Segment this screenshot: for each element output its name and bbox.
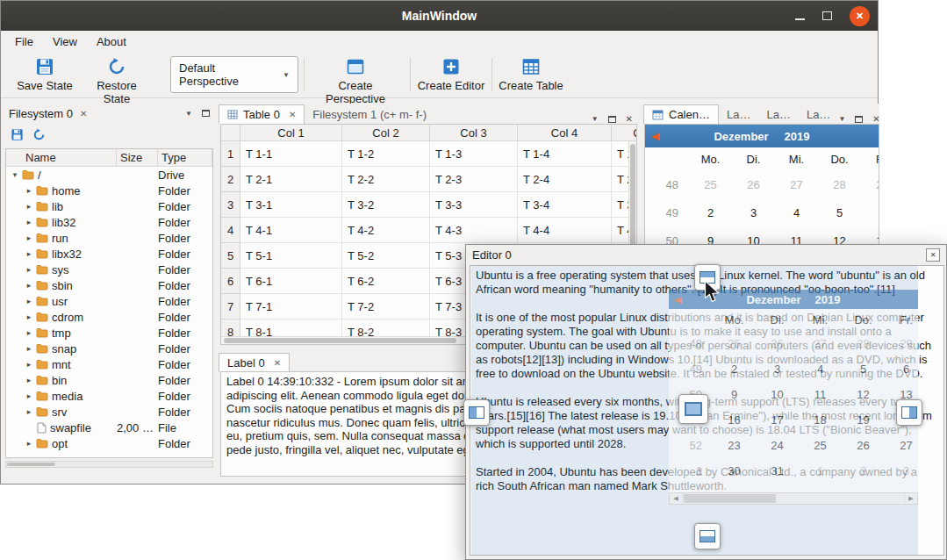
tab-1[interactable]: La… bbox=[719, 104, 758, 124]
calendar-day-cell[interactable]: 29 bbox=[861, 170, 879, 198]
calendar-day-cell[interactable]: 1 bbox=[799, 458, 842, 484]
table-corner[interactable] bbox=[221, 125, 240, 141]
maximize-icon[interactable] bbox=[822, 11, 832, 20]
column-header[interactable]: Col 5 bbox=[612, 125, 637, 141]
calendar-day-cell[interactable]: 4 bbox=[799, 356, 842, 382]
tree-row[interactable]: ▾/Drive bbox=[6, 167, 212, 183]
table-cell[interactable]: T 7-2 bbox=[342, 294, 430, 319]
tree-collapsed-icon[interactable]: ▸ bbox=[24, 312, 34, 321]
tree-row[interactable]: swapfile2,00 …File bbox=[6, 420, 212, 435]
tree-collapsed-icon[interactable]: ▸ bbox=[24, 186, 34, 195]
calendar-day-cell[interactable]: 26 bbox=[842, 433, 885, 458]
column-header-size[interactable]: Size bbox=[117, 149, 158, 166]
tree-row[interactable]: ▸libx32Folder bbox=[6, 246, 212, 262]
table-cell[interactable]: T 4-2 bbox=[342, 218, 430, 243]
tree-row[interactable]: ▸tmpFolder bbox=[6, 325, 212, 341]
calendar-day-cell[interactable]: 29 bbox=[885, 331, 918, 356]
close-tab-icon[interactable]: ✕ bbox=[274, 358, 281, 368]
column-header[interactable]: Col 4 bbox=[518, 125, 612, 141]
table-cell[interactable]: T 6-2 bbox=[342, 269, 430, 294]
tree-collapsed-icon[interactable]: ▸ bbox=[24, 297, 34, 305]
minimize-icon[interactable] bbox=[795, 18, 805, 20]
tab-0[interactable]: Calen… bbox=[643, 104, 719, 124]
close-area-icon[interactable]: ✕ bbox=[626, 114, 633, 124]
perspective-combobox[interactable]: Default Perspective ▼ bbox=[170, 56, 298, 93]
table-cell[interactable]: T 5-2 bbox=[342, 243, 430, 269]
float-icon[interactable] bbox=[608, 116, 616, 123]
tree-collapsed-icon[interactable]: ▸ bbox=[24, 376, 34, 384]
table-cell[interactable]: T 1-1 bbox=[240, 141, 342, 167]
tree-row[interactable]: ▸sbinFolder bbox=[6, 277, 212, 293]
table-cell[interactable]: T 3-1 bbox=[240, 192, 342, 218]
tree-row[interactable]: ▸mediaFolder bbox=[6, 388, 212, 404]
tree-row[interactable]: ▸srvFolder bbox=[6, 404, 212, 420]
tab-label-0[interactable]: Label 0 ✕ bbox=[219, 353, 290, 372]
dock-indicator-left[interactable] bbox=[463, 399, 490, 426]
table-row[interactable]: 1T 1-1T 1-2T 1-3T 1-4T 1-5 bbox=[221, 141, 636, 167]
calendar-day-cell[interactable]: 6 bbox=[885, 356, 918, 382]
calendar-day-cell[interactable]: 5 bbox=[842, 356, 885, 382]
calendar-day-cell[interactable]: 23 bbox=[713, 433, 756, 458]
tree-row[interactable]: ▸homeFolder bbox=[6, 183, 212, 198]
table-cell[interactable]: T 1-4 bbox=[518, 141, 612, 167]
close-area-icon[interactable]: ✕ bbox=[872, 114, 879, 124]
calendar-day-cell[interactable]: 2 bbox=[713, 356, 756, 382]
tree-collapsed-icon[interactable]: ▸ bbox=[24, 265, 34, 274]
calendar-day-cell[interactable]: 16 bbox=[713, 407, 756, 433]
table-cell[interactable]: T 4-4 bbox=[518, 218, 612, 243]
tree-row[interactable]: ▸binFolder bbox=[6, 372, 212, 388]
row-header[interactable]: 7 bbox=[221, 294, 240, 319]
calendar-day-cell[interactable]: 26 bbox=[732, 170, 775, 198]
calendar-day-cell[interactable]: 17 bbox=[756, 407, 799, 433]
calendar-day-cell[interactable]: 25 bbox=[713, 331, 756, 356]
tab-2[interactable]: La… bbox=[758, 104, 798, 124]
create-table-button[interactable]: Create Table bbox=[494, 55, 568, 92]
table-cell[interactable]: T 2-4 bbox=[518, 167, 612, 192]
save-icon[interactable] bbox=[11, 128, 24, 141]
filesystem-hscrollbar[interactable] bbox=[5, 461, 213, 468]
previous-month-icon[interactable]: ◀ bbox=[651, 130, 659, 142]
tree-row[interactable]: ▸usrFolder bbox=[6, 293, 212, 309]
dock-indicator-bottom[interactable] bbox=[694, 523, 721, 549]
calendar-day-cell[interactable]: 27 bbox=[775, 170, 818, 198]
tree-collapsed-icon[interactable]: ▸ bbox=[24, 233, 34, 242]
calendar-year[interactable]: 2019 bbox=[785, 130, 810, 143]
table-cell[interactable]: T 2-1 bbox=[240, 167, 342, 192]
scrollbar-thumb[interactable] bbox=[7, 463, 55, 466]
tree-collapsed-icon[interactable]: ▸ bbox=[24, 281, 34, 290]
table-cell[interactable]: T 7-1 bbox=[240, 294, 342, 319]
dock-indicator-center[interactable] bbox=[678, 394, 708, 424]
create-editor-button[interactable]: Create Editor bbox=[413, 55, 489, 92]
calendar-day-cell[interactable]: 28 bbox=[818, 170, 861, 198]
scrollbar-thumb[interactable] bbox=[224, 338, 456, 343]
tree-row[interactable]: ▸optFolder bbox=[6, 435, 212, 451]
tab-3[interactable]: La… bbox=[799, 104, 838, 124]
tree-collapsed-icon[interactable]: ▸ bbox=[24, 360, 34, 369]
table-cell[interactable]: T 1-3 bbox=[430, 141, 518, 167]
column-header-type[interactable]: Type bbox=[158, 149, 212, 166]
menu-about[interactable]: About bbox=[87, 32, 136, 51]
menu-view[interactable]: View bbox=[43, 32, 87, 51]
row-header[interactable]: 1 bbox=[221, 141, 240, 167]
table-row[interactable]: 3T 3-1T 3-2T 3-3T 3-4T 3-5 bbox=[221, 192, 636, 218]
calendar-day-cell[interactable]: 2 bbox=[842, 458, 885, 484]
row-header[interactable]: 2 bbox=[221, 167, 240, 192]
calendar-day-cell[interactable]: 10 bbox=[756, 382, 799, 407]
tree-row[interactable]: ▸sysFolder bbox=[6, 262, 212, 277]
table-cell[interactable]: T 2-3 bbox=[430, 167, 518, 192]
calendar-day-cell[interactable]: 25 bbox=[799, 433, 842, 458]
filesystem-panel-titlebar[interactable]: Filesystem 0 ✕ ▼ bbox=[3, 104, 216, 123]
tree-collapsed-icon[interactable]: ▸ bbox=[24, 439, 34, 448]
restore-icon[interactable] bbox=[32, 128, 46, 141]
table-row[interactable]: 2T 2-1T 2-2T 2-3T 2-4T 2-5 bbox=[221, 167, 636, 192]
tree-collapsed-icon[interactable]: ▸ bbox=[24, 249, 34, 258]
tree-collapsed-icon[interactable]: ▸ bbox=[24, 344, 34, 353]
tree-row[interactable]: ▸cdromFolder bbox=[6, 309, 212, 325]
calendar-day-cell[interactable]: 31 bbox=[756, 458, 799, 484]
calendar-day-cell[interactable]: 4 bbox=[775, 198, 818, 226]
calendar-day-cell[interactable]: 6 bbox=[861, 198, 879, 226]
tree-row[interactable]: ▸lib32Folder bbox=[6, 214, 212, 230]
row-header[interactable]: 5 bbox=[221, 243, 240, 269]
create-perspective-button[interactable]: Create Perspective bbox=[307, 55, 404, 105]
tab-table-0[interactable]: Table 0 ✕ bbox=[219, 104, 305, 124]
